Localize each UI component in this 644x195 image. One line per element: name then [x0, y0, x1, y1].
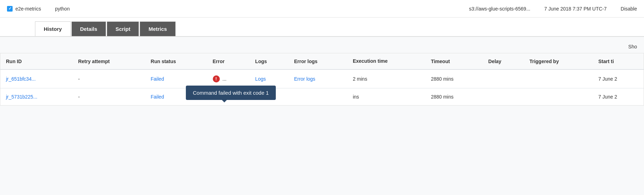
- tab-history[interactable]: History: [35, 21, 71, 36]
- cell-retry-attempt: -: [72, 88, 145, 105]
- disable-button[interactable]: Disable: [621, 6, 637, 12]
- col-logs: Logs: [250, 53, 288, 69]
- cell-timeout: 2880 mins: [425, 69, 483, 88]
- tab-metrics[interactable]: Metrics: [140, 21, 176, 36]
- top-bar: e2e-metrics python s3://aws-glue-scripts…: [0, 0, 644, 18]
- history-table-container: Run ID Retry attempt Run status Error Lo…: [0, 53, 644, 106]
- job-entry: e2e-metrics: [7, 6, 41, 12]
- tooltip-message: Command failed with exit code 1: [193, 90, 269, 96]
- cell-error-logs: Error logs: [288, 69, 347, 88]
- run-status-link[interactable]: Failed: [151, 94, 164, 100]
- col-retry-attempt: Retry attempt: [72, 53, 145, 69]
- cell-run-id: jr_5731b225...: [0, 88, 72, 105]
- error-tooltip: Command failed with exit code 1: [186, 86, 276, 100]
- logs-link[interactable]: Logs: [255, 76, 266, 82]
- cell-delay: [483, 88, 524, 105]
- table-row: jr_651bfc34... - Failed ! ... Logs: [0, 69, 644, 88]
- cell-timeout: 2880 mins: [425, 88, 483, 105]
- error-cell-content: ! ...: [213, 75, 244, 82]
- job-datetime: 7 June 2018 7:37 PM UTC-7: [544, 6, 607, 12]
- col-triggered-by: Triggered by: [524, 53, 593, 69]
- cell-retry-attempt: -: [72, 69, 145, 88]
- table-row: jr_5731b225... - Failed ins 2880 mins 7 …: [0, 88, 644, 105]
- content-area: Sho Run ID Retry attempt Run status Erro…: [0, 37, 644, 113]
- col-delay: Delay: [483, 53, 524, 69]
- show-label: Sho: [0, 44, 644, 49]
- language-info: python: [55, 6, 70, 12]
- col-timeout: Timeout: [425, 53, 483, 69]
- error-logs-link[interactable]: Error logs: [294, 76, 315, 82]
- language-label: python: [55, 6, 70, 12]
- tab-details[interactable]: Details: [71, 21, 106, 36]
- tabs-bar: History Details Script Metrics: [0, 18, 644, 37]
- tab-script[interactable]: Script: [107, 21, 139, 36]
- cell-execution-time: 2 mins: [347, 69, 425, 88]
- cell-error-logs: [288, 88, 347, 105]
- col-error-logs: Error logs: [288, 53, 347, 69]
- col-run-status: Run status: [145, 53, 207, 69]
- run-id-link[interactable]: jr_651bfc34...: [6, 76, 36, 82]
- cell-execution-time: ins: [347, 88, 425, 105]
- cell-delay: [483, 69, 524, 88]
- datetime-info: 7 June 2018 7:37 PM UTC-7: [544, 6, 607, 12]
- script-path: s3://aws-glue-scripts-6569...: [469, 6, 530, 12]
- col-execution-time: Execution time: [347, 53, 425, 69]
- cell-start-time: 7 June 2: [593, 88, 644, 105]
- script-path-info: s3://aws-glue-scripts-6569...: [469, 6, 530, 12]
- error-dots: ...: [223, 76, 227, 82]
- run-id-link[interactable]: jr_5731b225...: [6, 94, 37, 100]
- job-name: e2e-metrics: [15, 6, 41, 12]
- cell-start-time: 7 June 2: [593, 69, 644, 88]
- disable-action[interactable]: Disable: [621, 6, 637, 12]
- job-checkbox[interactable]: [7, 6, 13, 12]
- table-header-row: Run ID Retry attempt Run status Error Lo…: [0, 53, 644, 69]
- cell-triggered-by: [524, 88, 593, 105]
- run-status-link[interactable]: Failed: [151, 76, 164, 82]
- col-start-time: Start ti: [593, 53, 644, 69]
- cell-run-id: jr_651bfc34...: [0, 69, 72, 88]
- cell-triggered-by: [524, 69, 593, 88]
- error-icon: !: [213, 75, 220, 82]
- col-run-id: Run ID: [0, 53, 72, 69]
- history-table: Run ID Retry attempt Run status Error Lo…: [0, 53, 644, 105]
- col-error: Error: [207, 53, 250, 69]
